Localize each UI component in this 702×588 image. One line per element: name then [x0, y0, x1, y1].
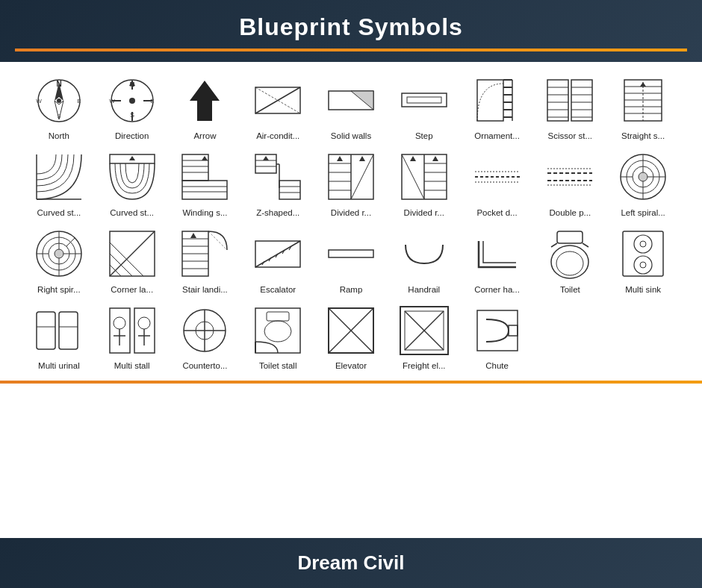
- footer-title: Dream Civil: [15, 551, 687, 575]
- toilet-stall-icon: [248, 302, 308, 358]
- symbol-empty: [533, 299, 606, 375]
- divided-r1-icon: [321, 149, 381, 205]
- symbol-corner-ha: Corner ha...: [461, 223, 534, 298]
- direction-label: Direction: [115, 131, 149, 142]
- svg-point-18: [129, 98, 135, 104]
- symbol-air-cond: Air-condit...: [241, 69, 314, 145]
- freight-el-label: Freight el...: [403, 361, 446, 372]
- ornament-icon: [468, 72, 527, 128]
- symbol-winding-s: Winding s...: [169, 146, 242, 222]
- symbol-scissor-st: Scissor st...: [533, 69, 606, 145]
- arrow-label: Arrow: [193, 131, 216, 142]
- left-spiral-label: Left spiral...: [621, 208, 665, 219]
- svg-marker-90: [410, 156, 416, 161]
- symbol-handrail: Handrail: [388, 223, 461, 298]
- symbol-ornament: Ornament...: [461, 69, 534, 145]
- double-p-icon: [540, 149, 600, 205]
- pocket-d-label: Pocket d...: [476, 208, 517, 219]
- svg-text:E: E: [77, 98, 81, 104]
- symbol-direction: N W E S Direction: [96, 69, 169, 145]
- symbol-solid-walls: Solid walls: [314, 69, 388, 145]
- symbol-right-spir: Right spir...: [22, 223, 96, 298]
- curved-st1-icon: [29, 149, 89, 205]
- svg-rect-41: [571, 80, 592, 121]
- elevator-label: Elevator: [335, 361, 367, 372]
- symbol-elevator: Elevator: [314, 299, 388, 375]
- svg-marker-127: [190, 233, 196, 238]
- multi-stall-label: Multi stall: [114, 361, 150, 372]
- svg-point-155: [138, 317, 150, 329]
- air-cond-label: Air-condit...: [256, 131, 299, 142]
- divided-r1-label: Divided r...: [331, 208, 371, 219]
- svg-marker-89: [432, 156, 438, 161]
- direction-icon: N W E S: [102, 72, 162, 128]
- symbol-straight-s: Straight s...: [606, 69, 680, 145]
- toilet-stall-label: Toilet stall: [259, 361, 297, 372]
- symbol-toilet-stall: Toilet stall: [241, 299, 314, 375]
- straight-s-icon: [613, 72, 673, 128]
- symbol-left-spiral: Left spiral...: [606, 146, 680, 222]
- solid-walls-icon: [321, 72, 381, 128]
- ornament-label: Ornament...: [474, 131, 520, 142]
- svg-marker-73: [263, 156, 269, 160]
- symbol-curved-st1: Curved st...: [22, 146, 96, 222]
- svg-rect-58: [182, 181, 227, 199]
- svg-point-110: [55, 249, 63, 258]
- svg-line-117: [110, 231, 155, 276]
- svg-rect-26: [407, 97, 441, 103]
- svg-rect-162: [255, 308, 300, 353]
- corner-ha-icon: [468, 226, 527, 282]
- curved-st1-label: Curved st...: [37, 208, 81, 219]
- toilet-icon: [540, 226, 600, 282]
- handrail-icon: [394, 226, 454, 282]
- svg-rect-141: [623, 231, 663, 276]
- symbol-freight-el: Freight el...: [388, 299, 461, 375]
- symbol-divided-r1: Divided r...: [314, 146, 388, 222]
- symbol-ramp: Ramp: [314, 223, 388, 298]
- symbol-pocket-d: Pocket d...: [461, 146, 534, 222]
- escalator-label: Escalator: [260, 285, 296, 295]
- elevator-icon: [321, 302, 381, 358]
- corner-la-icon: [102, 226, 162, 282]
- svg-rect-174: [509, 325, 518, 336]
- symbol-north: N W E S North: [22, 69, 96, 145]
- content: N W E S North N W: [0, 62, 702, 381]
- svg-rect-164: [267, 312, 289, 321]
- scissor-st-label: Scissor st...: [548, 131, 592, 142]
- svg-rect-148: [59, 312, 78, 349]
- z-shaped-label: Z-shaped...: [256, 208, 299, 219]
- symbol-escalator: Escalator: [241, 223, 314, 298]
- right-spir-icon: [29, 226, 89, 282]
- svg-point-138: [556, 251, 583, 275]
- svg-rect-35: [547, 80, 568, 121]
- footer: Dream Civil: [0, 538, 702, 588]
- multi-stall-icon: [102, 302, 162, 358]
- svg-line-115: [66, 238, 75, 246]
- toilet-label: Toilet: [560, 285, 580, 295]
- right-spir-label: Right spir...: [37, 285, 81, 295]
- svg-rect-27: [477, 80, 503, 121]
- svg-text:W: W: [36, 98, 42, 104]
- stair-landi-label: Stair landi...: [182, 285, 228, 295]
- header-title: Blueprint Symbols: [15, 13, 687, 41]
- svg-point-102: [639, 172, 647, 181]
- step-label: Step: [415, 131, 433, 142]
- svg-marker-56: [129, 156, 135, 160]
- symbol-multi-sink: Multi sink: [606, 223, 680, 298]
- svg-marker-19: [190, 81, 220, 121]
- svg-point-152: [114, 317, 125, 329]
- step-icon: [394, 72, 454, 128]
- svg-point-7: [57, 98, 61, 103]
- svg-point-143: [640, 241, 646, 247]
- escalator-icon: [248, 226, 308, 282]
- symbol-divided-r2: Divided r...: [388, 146, 461, 222]
- straight-s-label: Straight s...: [621, 131, 665, 142]
- divided-r2-icon: [394, 149, 454, 205]
- multi-urinal-label: Multi urinal: [38, 361, 80, 372]
- curved-st2-icon: [102, 149, 162, 205]
- symbol-corner-la: Corner la...: [96, 223, 169, 298]
- svg-marker-81: [359, 156, 365, 161]
- chute-label: Chute: [485, 361, 509, 372]
- north-label: North: [49, 131, 69, 142]
- symbol-multi-urinal: Multi urinal: [22, 299, 96, 375]
